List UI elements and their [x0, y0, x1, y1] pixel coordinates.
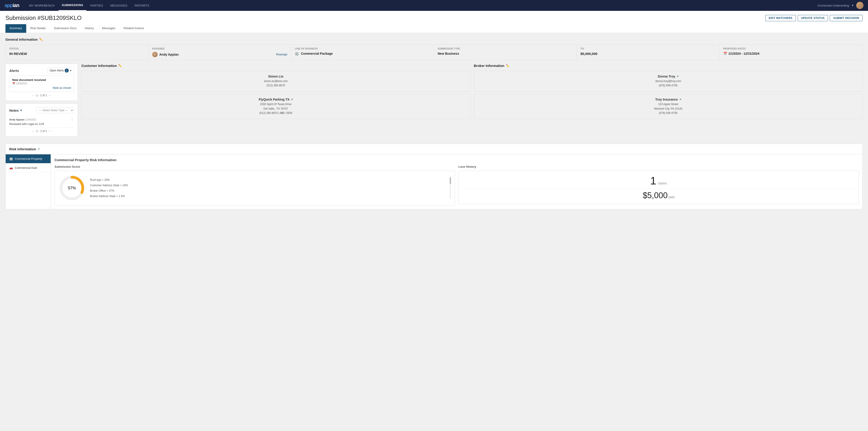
notes-prev-page[interactable]: ‹ [34, 130, 35, 133]
customer-person-email: simon.liu@test.com [85, 79, 466, 84]
notes-type-select[interactable]: --- Select Notes Type --- [36, 107, 74, 113]
tab-risk-details[interactable]: Risk Details [26, 24, 50, 33]
page-header: Submission #SUB1209SKLO EDIT WATCHERS UP… [0, 11, 868, 33]
page-title-row: Submission #SUB1209SKLO EDIT WATCHERS UP… [5, 14, 863, 22]
open-alerts-badge[interactable]: Open Alerts 1 ▼ [48, 68, 74, 73]
assignee-cell: ASSIGNEE A Andy Appian Reassign [149, 45, 291, 60]
customer-person-name: Simon Liu [85, 74, 466, 78]
note-item: Andy Appian 12/9/2022 ⋮ Reviewed with Le… [9, 115, 74, 128]
alert-date: 📅 12/9/2022 [12, 82, 71, 85]
three-col-section: Alerts Open Alerts 1 ▼ New document rece… [5, 64, 863, 140]
calendar-icon-small: 📅 [12, 82, 16, 85]
alerts-page-info: 1 - 1 of 1 [36, 94, 47, 97]
lob-value: 🏢 Commercial Package [295, 52, 430, 55]
tiv-label: TIV [580, 47, 716, 50]
alerts-next-page[interactable]: › [48, 94, 49, 97]
broker-info-edit-icon[interactable]: ✏️ [506, 64, 509, 67]
broker-person-link-icon[interactable]: ↗ [677, 75, 679, 78]
notes-pagination: « ‹ 1 - 1 of 1 › » [9, 130, 74, 133]
customer-info-section: Customer Information ✏️ Simon Liu simon.… [82, 64, 470, 140]
calendar-icon: 📅 [723, 52, 727, 55]
customer-person-box: Simon Liu simon.liu@test.com (512) 385-8… [82, 71, 470, 92]
donut-chart: 57% [58, 174, 86, 202]
loss-amount: $5,000 [643, 191, 668, 200]
reassign-link[interactable]: Reassign [276, 53, 287, 56]
add-note-button[interactable]: + [20, 108, 22, 112]
tabs: Summary Risk Details Submission Docs His… [5, 24, 863, 33]
loss-history-col: Loss History 1 claims $5,000 paid [459, 165, 859, 205]
status-cell: STATUS IN REVIEW [6, 45, 149, 60]
alerts-first-page[interactable]: « [32, 94, 34, 97]
scrollbar-track [450, 177, 451, 199]
mark-as-closed-link[interactable]: Mark as closed [53, 86, 71, 90]
risk-content: Commercial Property Risk Information Sub… [51, 154, 862, 209]
submit-decision-button[interactable]: SUBMIT DECISION [830, 15, 863, 21]
nav-my-workbench[interactable]: MY WORKBENCH [26, 0, 58, 11]
broker-company-city: Wexford City, PA 15143 [478, 107, 859, 111]
score-detail-2: Broker Office = 27% [90, 188, 448, 194]
customer-company-link-icon[interactable]: ↗ [291, 98, 293, 101]
score-label: Submission Score [55, 165, 455, 168]
broker-person-phone: (678) 936-4756 [478, 84, 859, 88]
tab-messages[interactable]: Messages [98, 24, 119, 33]
page-title: Submission #SUB1209SKLO [5, 14, 82, 22]
lob-cell: LINE OF BUSINESS 🏢 Commercial Package [291, 45, 434, 60]
customer-company-city: Del Valle,, TX 78757 [85, 107, 466, 111]
broker-company-link-icon[interactable]: ↗ [679, 98, 681, 101]
risk-tab-commercial-auto[interactable]: 🚗 Commercial Auto [6, 163, 51, 172]
risk-info-header: Risk Information ↗ [6, 144, 862, 154]
alert-actions: Mark as closed [12, 86, 71, 90]
broker-person-email: donna.troy@troy.com [478, 79, 859, 84]
edit-watchers-button[interactable]: EDIT WATCHERS [765, 15, 796, 21]
submission-score-col: Submission Score 57% [55, 165, 455, 205]
score-details-area: Roof Age = 18% Customer Address State = … [90, 177, 451, 199]
score-detail-3: Broker Address State = 1.5% [90, 194, 448, 199]
lob-icon: 🏢 [295, 52, 299, 55]
loss-divider [462, 189, 855, 189]
alerts-dropdown-icon[interactable]: ▼ [70, 69, 72, 72]
sub-type-value: New Business [438, 52, 573, 55]
notes-last-page[interactable]: » [50, 130, 51, 133]
open-alerts-label: Open Alerts [50, 69, 64, 72]
score-details: Roof Age = 18% Customer Address State = … [90, 177, 448, 199]
score-details-scroll[interactable]: Roof Age = 18% Customer Address State = … [90, 177, 451, 199]
alerts-section: Alerts Open Alerts 1 ▼ New document rece… [5, 64, 78, 101]
tab-submission-docs[interactable]: Submission Docs [50, 24, 81, 33]
customer-company-box: FlyQuick Parking TX ↗ 2300 Spirit Of Tex… [82, 94, 470, 119]
broker-company-address: 123 Apple Street [478, 102, 859, 106]
score-detail-0: Roof Age = 18% [90, 177, 448, 183]
general-info-edit-icon[interactable]: ✏️ [39, 38, 43, 41]
user-dropdown-icon[interactable]: ▼ [851, 4, 854, 7]
note-menu-button[interactable]: ⋮ [70, 117, 74, 122]
nav-reports[interactable]: REPORTS [132, 0, 153, 11]
tab-history[interactable]: History [81, 24, 98, 33]
nav-submissions[interactable]: SUBMISSIONS [59, 0, 86, 11]
risk-content-title: Commercial Property Risk Information [55, 158, 859, 162]
notes-first-page[interactable]: « [32, 130, 34, 133]
loss-claims-label: claims [658, 181, 667, 185]
alerts-last-page[interactable]: » [50, 94, 51, 97]
update-status-button[interactable]: UPDATE STATUS [798, 15, 828, 21]
scrollbar-thumb [450, 177, 451, 184]
nav-messages[interactable]: MESSAGES [107, 0, 130, 11]
nav-links: MY WORKBENCH SUBMISSIONS PARTIES MESSAGE… [26, 0, 817, 11]
status-value: IN REVIEW [9, 52, 145, 56]
notes-next-page[interactable]: › [48, 130, 49, 133]
risk-tab-commercial-property[interactable]: 🏢 Commercial Property [6, 154, 51, 163]
avatar-image [856, 2, 864, 9]
notes-header: Notes + --- Select Notes Type --- [9, 107, 74, 113]
tab-summary[interactable]: Summary [5, 24, 26, 33]
user-name: Connected Underwriting [817, 4, 849, 7]
broker-person-box: Donna Troy ↗ donna.troy@troy.com (678) 9… [474, 71, 863, 92]
sub-type-label: SUBMISSION TYPE [438, 47, 573, 50]
broker-company-phone: (678) 936-4756 [478, 111, 859, 115]
broker-info-section: Broker Information ✏️ Donna Troy ↗ donna… [474, 64, 863, 140]
main-content: General Information ✏️ STATUS IN REVIEW … [0, 33, 868, 214]
tiv-value: $5,000,000 [580, 52, 716, 56]
alerts-prev-page[interactable]: ‹ [34, 94, 35, 97]
avatar[interactable] [856, 2, 864, 9]
risk-info-expand-icon[interactable]: ↗ [37, 147, 40, 151]
nav-parties[interactable]: PARTIES [87, 0, 106, 11]
tab-related-actions[interactable]: Related Actions [119, 24, 148, 33]
customer-info-edit-icon[interactable]: ✏️ [118, 64, 122, 67]
